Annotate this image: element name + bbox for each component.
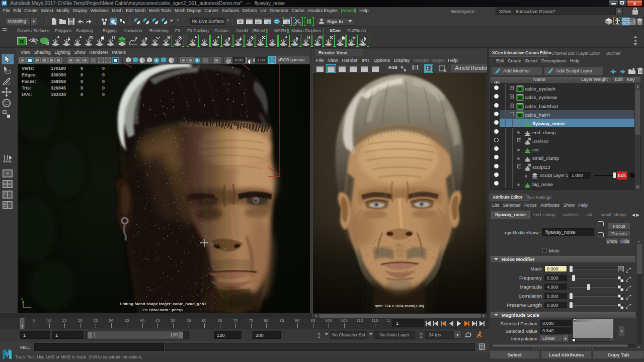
svg-text:100: 100 bbox=[325, 318, 332, 323]
svg-text:IPR: IPR bbox=[256, 21, 261, 24]
svg-text:70: 70 bbox=[233, 318, 238, 323]
svg-text:115: 115 bbox=[372, 318, 378, 323]
svg-text:85: 85 bbox=[280, 318, 284, 323]
svg-text:20: 20 bbox=[78, 318, 83, 323]
svg-text:45: 45 bbox=[155, 318, 160, 323]
svg-text:15: 15 bbox=[62, 318, 67, 323]
svg-text:1: 1 bbox=[21, 324, 24, 328]
svg-text:50: 50 bbox=[171, 318, 176, 323]
svg-text:90: 90 bbox=[295, 318, 300, 323]
svg-text:30: 30 bbox=[109, 318, 114, 323]
svg-text:105: 105 bbox=[341, 318, 348, 323]
svg-text:75: 75 bbox=[249, 318, 254, 323]
svg-text:25: 25 bbox=[94, 318, 98, 323]
svg-text:120: 120 bbox=[387, 318, 390, 323]
svg-text:80: 80 bbox=[264, 318, 269, 323]
svg-text:40: 40 bbox=[140, 318, 145, 323]
svg-text:10: 10 bbox=[47, 318, 52, 323]
svg-text:y: y bbox=[21, 297, 23, 301]
svg-text:55: 55 bbox=[187, 318, 191, 323]
svg-text:60: 60 bbox=[202, 318, 207, 323]
svg-text:65: 65 bbox=[218, 318, 222, 323]
svg-text:110: 110 bbox=[357, 318, 363, 323]
svg-text:5: 5 bbox=[33, 318, 35, 323]
svg-text:95: 95 bbox=[311, 318, 315, 323]
svg-text:35: 35 bbox=[125, 318, 129, 323]
svg-text:size: 724 x 1024 zoom(1.00): size: 724 x 1024 zoom(1.00) bbox=[375, 304, 424, 308]
